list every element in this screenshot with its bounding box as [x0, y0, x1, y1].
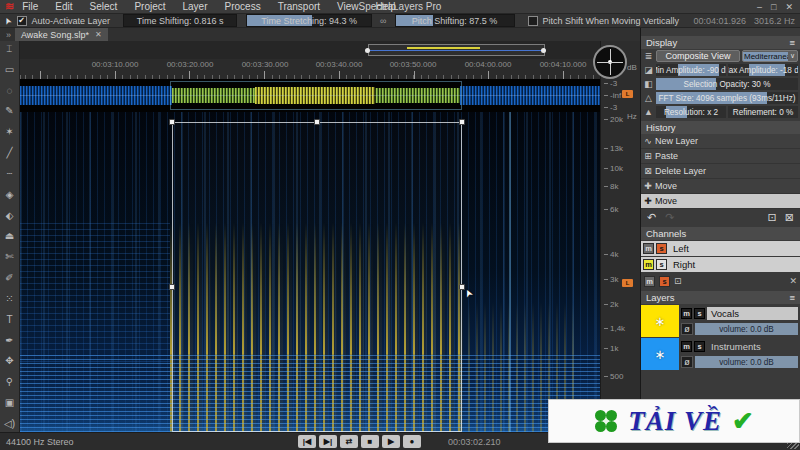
- rectangle-selection-tool[interactable]: ▭: [5, 65, 14, 75]
- dotted-selection-tool[interactable]: ┄: [6, 169, 12, 179]
- playback-tool[interactable]: ◁): [4, 419, 15, 429]
- hamburger-menu-icon[interactable]: ≡: [789, 292, 795, 303]
- layer-volume-slider[interactable]: volume: 0.0 dB: [695, 356, 798, 368]
- soft-eraser-tool[interactable]: ⬖: [6, 211, 14, 221]
- solo-button[interactable]: s: [656, 259, 667, 270]
- overview-selection-box[interactable]: [170, 81, 462, 110]
- loop-button[interactable]: ⇄: [340, 435, 358, 448]
- pitch-shifting-field[interactable]: Pitch Shifting: 87.5 %: [395, 14, 515, 27]
- tab-scroll-icon[interactable]: »: [6, 30, 11, 40]
- hamburger-menu-icon[interactable]: ≡: [789, 37, 795, 48]
- go-to-end-button[interactable]: ▶|: [319, 435, 337, 448]
- solo-button[interactable]: s: [694, 308, 705, 319]
- mute-button[interactable]: m: [681, 308, 692, 319]
- lasso-selection-tool[interactable]: ◌: [7, 86, 13, 96]
- copy-icon[interactable]: ⊡: [768, 211, 777, 224]
- clone-stamp-tool[interactable]: ⏏: [5, 231, 14, 241]
- cube-3d-tool[interactable]: ▣: [5, 398, 14, 408]
- colormap-dropdown[interactable]: Mediterranean ∨: [742, 50, 798, 62]
- history-item[interactable]: ⊞ Paste: [641, 149, 800, 164]
- layer-color-swatch[interactable]: ∗: [641, 305, 679, 337]
- channel-row-left[interactable]: m s Left: [641, 241, 800, 256]
- pen-tool[interactable]: ✒: [5, 336, 13, 346]
- minimize-button[interactable]: –: [757, 2, 762, 12]
- close-button[interactable]: ✕: [785, 2, 793, 12]
- pencil-tool[interactable]: ╱: [6, 148, 12, 158]
- history-item[interactable]: ✚ Move: [641, 179, 800, 194]
- selection-rectangle[interactable]: [172, 122, 462, 432]
- history-item[interactable]: ∿ New Layer: [641, 134, 800, 149]
- resolution-slider[interactable]: Resolution: x 2: [656, 106, 726, 118]
- channels-panel-header[interactable]: Channels: [641, 227, 800, 240]
- history-item[interactable]: ⊠ Delete Layer: [641, 164, 800, 179]
- solo-all-button[interactable]: s: [659, 276, 670, 287]
- selection-handle-right[interactable]: [459, 284, 465, 290]
- selection-handle-left[interactable]: [169, 284, 175, 290]
- tab-close-icon[interactable]: ✕: [95, 30, 102, 39]
- auto-activate-checkbox[interactable]: ✔: [17, 16, 27, 26]
- brush-selection-tool[interactable]: ✎: [5, 106, 13, 116]
- brush-tool[interactable]: ✐: [5, 273, 13, 283]
- selection-handle-top-right[interactable]: [459, 119, 465, 125]
- min-amplitude-slider[interactable]: Min Amplitude: -90 dB: [656, 64, 726, 76]
- menu-project[interactable]: Project: [134, 1, 165, 12]
- scalpel-tool[interactable]: ✄: [5, 252, 13, 262]
- layer-name[interactable]: Instruments: [707, 340, 798, 353]
- menu-transport[interactable]: Transport: [278, 1, 320, 12]
- mute-all-button[interactable]: m: [644, 276, 655, 287]
- record-button[interactable]: ●: [403, 435, 421, 448]
- time-selection-tool[interactable]: ⌶: [7, 44, 13, 54]
- waveform-overview[interactable]: [20, 79, 600, 112]
- refinement-slider[interactable]: Refinement: 0 %: [728, 106, 798, 118]
- menu-file[interactable]: File: [22, 1, 38, 12]
- layer-volume-slider[interactable]: volume: 0.0 dB: [695, 323, 798, 335]
- stretch-handle-left[interactable]: [365, 48, 370, 53]
- text-tool[interactable]: T: [6, 315, 12, 325]
- solo-button[interactable]: s: [694, 341, 705, 352]
- layer-name[interactable]: Vocals: [707, 307, 798, 320]
- mute-button[interactable]: m: [681, 341, 692, 352]
- stretch-handle-right[interactable]: [541, 48, 546, 53]
- zoom-tool[interactable]: ⚲: [6, 377, 13, 387]
- magic-wand-tool[interactable]: ✶: [5, 127, 13, 137]
- cross-route-icon[interactable]: ✕: [789, 276, 797, 286]
- watermark-banner[interactable]: TẢI VỀ ✔: [548, 399, 800, 443]
- solo-button[interactable]: s: [656, 243, 667, 254]
- layer-row-instruments[interactable]: ∗ m s Instruments ø volume: 0.0 dB: [641, 338, 800, 370]
- selection-handle-top-left[interactable]: [169, 119, 175, 125]
- history-panel-header[interactable]: History: [641, 121, 800, 134]
- time-stretching-field[interactable]: Time Stretching: 94.3 %: [246, 14, 372, 27]
- history-item-selected[interactable]: ✚ Move: [641, 194, 800, 209]
- fft-size-slider[interactable]: FFT Size: 4096 samples (93ms/11Hz): [656, 92, 798, 104]
- menu-layer[interactable]: Layer: [183, 1, 208, 12]
- time-shifting-field[interactable]: Time Shifting: 0.816 s: [123, 14, 237, 27]
- mute-button[interactable]: m: [643, 259, 654, 270]
- frequency-axis[interactable]: dB -3 -inf -3 L Hz 20k 13k 10k 8k 6k 4k …: [600, 41, 640, 432]
- channel-row-right[interactable]: m s Right: [641, 257, 800, 272]
- maximize-button[interactable]: □: [771, 2, 776, 12]
- undo-icon[interactable]: ↶: [647, 211, 656, 224]
- spray-tool[interactable]: ⁙: [5, 294, 13, 304]
- display-panel-header[interactable]: Display ≡: [641, 36, 800, 49]
- layer-row-vocals[interactable]: ∗ m s Vocals ø volume: 0.0 dB: [641, 305, 800, 337]
- pitch-shift-vertical-checkbox[interactable]: [528, 16, 538, 26]
- tab-awake-song[interactable]: Awake Song.slp* ✕: [15, 28, 108, 41]
- link-icon[interactable]: ∞: [380, 16, 386, 26]
- trash-icon[interactable]: ⊠: [785, 211, 794, 224]
- composite-view-button[interactable]: Composite View: [656, 50, 740, 62]
- monitor-icon[interactable]: ⊡: [674, 276, 682, 286]
- go-to-start-button[interactable]: |◀: [298, 435, 316, 448]
- menu-edit[interactable]: Edit: [55, 1, 72, 12]
- selection-handle-top-middle[interactable]: [314, 119, 320, 125]
- menu-process[interactable]: Process: [225, 1, 261, 12]
- menu-view[interactable]: View: [337, 1, 359, 12]
- hand-tool[interactable]: ✥: [5, 356, 13, 366]
- time-stretch-widget[interactable]: [368, 44, 545, 56]
- mute-button[interactable]: m: [643, 243, 654, 254]
- crosshair-target-icon[interactable]: [593, 45, 627, 79]
- timeline-ruler[interactable]: 00:03:10.000 00:03:20.000 00:03:30.000 0…: [20, 59, 600, 79]
- visibility-icon[interactable]: ø: [681, 323, 693, 335]
- stop-button[interactable]: ■: [361, 435, 379, 448]
- selection-opacity-slider[interactable]: Selection Opacity: 30 %: [656, 78, 798, 90]
- eraser-tool[interactable]: ◈: [6, 190, 14, 200]
